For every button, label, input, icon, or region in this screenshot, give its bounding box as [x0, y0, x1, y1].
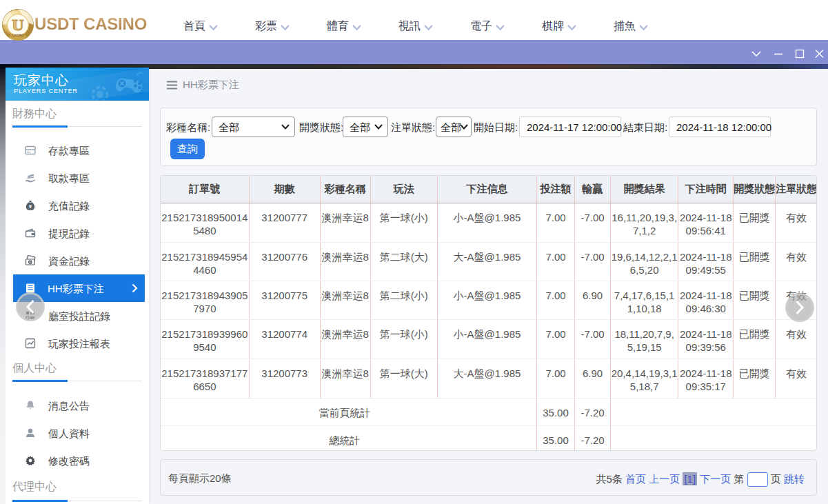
svg-text:U: U	[12, 16, 23, 34]
svg-text:CASINO: CASINO	[12, 34, 24, 37]
svg-text:¥: ¥	[29, 203, 32, 210]
